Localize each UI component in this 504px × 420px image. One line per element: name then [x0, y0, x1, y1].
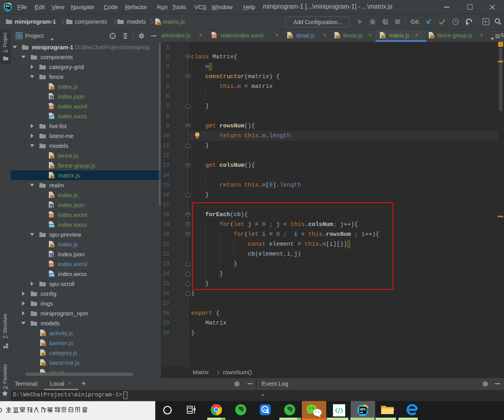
svg-text:<>: <> [49, 106, 53, 109]
svg-text:{}: {} [50, 254, 52, 257]
svg-text:CSS: CSS [49, 116, 54, 119]
svg-text:JS: JS [42, 333, 45, 336]
svg-text:CSS: CSS [49, 274, 54, 276]
svg-text:WS: WS [6, 5, 10, 7]
svg-text:Aa: Aa [263, 408, 268, 412]
svg-text:{}: {} [50, 204, 52, 208]
svg-text:JS: JS [50, 245, 54, 247]
svg-text:JS: JS [50, 195, 54, 198]
svg-text:JS: JS [381, 35, 385, 38]
svg-text:JS: JS [289, 35, 292, 38]
svg-text:<>: <> [49, 214, 53, 218]
svg-text:JS: JS [50, 156, 54, 159]
svg-text:JS: JS [50, 175, 54, 178]
svg-text:<>: <> [49, 263, 53, 267]
svg-text:JS: JS [336, 35, 340, 38]
svg-text:JS: JS [50, 166, 54, 168]
svg-text:JS: JS [42, 363, 45, 366]
svg-text:JS: JS [157, 22, 160, 25]
svg-text:CSS: CSS [49, 224, 54, 227]
svg-text:WS: WS [360, 407, 366, 411]
svg-text:JS: JS [430, 35, 434, 38]
svg-text:<>: <> [212, 35, 216, 38]
svg-text:JS: JS [50, 87, 54, 90]
svg-text:JS: JS [42, 353, 45, 356]
svg-text:{}: {} [50, 96, 52, 99]
svg-text:JS: JS [42, 343, 45, 346]
